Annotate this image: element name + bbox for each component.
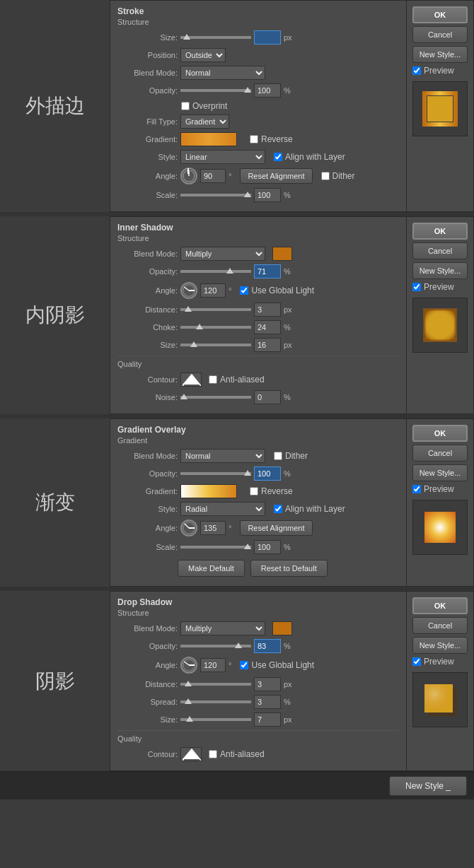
- ds-spread-input[interactable]: [254, 695, 281, 709]
- is-choke-slider[interactable]: [180, 326, 251, 329]
- is-noise-slider[interactable]: [180, 396, 251, 399]
- ds-size-thumb[interactable]: [186, 716, 193, 722]
- stroke-angle-dial[interactable]: [180, 168, 197, 184]
- ds-anti-aliased-checkbox[interactable]: [209, 750, 217, 758]
- stroke-position-select[interactable]: Outside Inside Center: [180, 48, 226, 62]
- stroke-ok-btn[interactable]: OK: [412, 6, 468, 23]
- is-distance-slider[interactable]: [180, 308, 251, 311]
- is-global-light-checkbox[interactable]: [240, 286, 248, 295]
- ds-contour-thumb[interactable]: [180, 747, 202, 761]
- go-new-style-btn[interactable]: New Style...: [412, 464, 468, 481]
- go-reverse-checkbox[interactable]: [250, 487, 258, 495]
- stroke-scale-slider[interactable]: [180, 194, 251, 197]
- stroke-gradient-swatch[interactable]: [180, 132, 237, 146]
- ds-opacity-thumb[interactable]: [235, 643, 242, 648]
- ds-size-input[interactable]: [254, 712, 281, 727]
- stroke-style-select[interactable]: Linear Radial Angle: [180, 150, 265, 164]
- is-blend-select[interactable]: Multiply Normal Screen: [180, 247, 265, 261]
- is-cancel-btn[interactable]: Cancel: [412, 242, 468, 259]
- is-choke-input[interactable]: [254, 320, 281, 334]
- stroke-preview-checkbox[interactable]: [412, 66, 421, 75]
- stroke-reset-alignment-btn[interactable]: Reset Alignment: [240, 168, 312, 184]
- go-scale-thumb[interactable]: [244, 544, 251, 549]
- is-contour-thumb[interactable]: [180, 373, 202, 387]
- ds-opacity-slider[interactable]: [180, 645, 251, 647]
- is-size-input[interactable]: [254, 338, 281, 352]
- stroke-opacity-slider[interactable]: [180, 89, 251, 92]
- stroke-scale-thumb[interactable]: [244, 192, 251, 197]
- go-opacity-thumb[interactable]: [244, 470, 251, 476]
- go-align-checkbox[interactable]: [274, 505, 282, 513]
- stroke-fill-type-label: Fill Type:: [117, 117, 178, 126]
- go-angle-dial[interactable]: [180, 520, 197, 536]
- go-opacity-input[interactable]: [254, 467, 281, 481]
- stroke-blend-select[interactable]: Normal Multiply Screen: [180, 66, 265, 80]
- is-anti-aliased-checkbox[interactable]: [209, 375, 217, 384]
- is-choke-thumb[interactable]: [196, 324, 203, 329]
- go-blend-select[interactable]: Normal Multiply Screen: [180, 449, 265, 463]
- is-opacity-thumb[interactable]: [226, 268, 233, 274]
- stroke-opacity-label: Opacity:: [117, 86, 178, 95]
- go-angle-input[interactable]: [200, 521, 226, 535]
- stroke-overprint-checkbox[interactable]: [181, 102, 190, 110]
- stroke-gradient-label: Gradient:: [117, 135, 178, 143]
- ds-size-slider[interactable]: [180, 718, 251, 721]
- is-color-swatch[interactable]: [272, 247, 292, 261]
- ds-new-style-btn[interactable]: New Style...: [412, 637, 468, 654]
- go-scale-input[interactable]: [254, 540, 281, 554]
- go-opacity-slider[interactable]: [180, 472, 251, 475]
- go-reset-default-btn[interactable]: Reset to Default: [250, 560, 328, 577]
- go-gradient-swatch[interactable]: [180, 484, 237, 498]
- ds-opacity-input[interactable]: [254, 639, 281, 653]
- ds-global-light-checkbox[interactable]: [240, 661, 248, 669]
- stroke-dither-checkbox[interactable]: [321, 172, 330, 180]
- is-angle-input[interactable]: [200, 283, 226, 298]
- is-ok-btn[interactable]: OK: [412, 223, 468, 240]
- is-noise-thumb[interactable]: [180, 394, 187, 399]
- stroke-angle-input[interactable]: [200, 169, 226, 183]
- stroke-fill-type-select[interactable]: Gradient Color Pattern: [180, 115, 229, 129]
- go-style-select[interactable]: Radial Linear Angle: [180, 502, 265, 516]
- is-opacity-slider[interactable]: [180, 270, 251, 273]
- stroke-size-slider[interactable]: [180, 36, 251, 39]
- ds-angle-dial[interactable]: [180, 657, 197, 674]
- stroke-opacity-thumb[interactable]: [244, 87, 251, 93]
- stroke-scale-input[interactable]: [254, 188, 281, 202]
- go-preview-checkbox[interactable]: [412, 485, 421, 493]
- is-size-slider[interactable]: [180, 344, 251, 346]
- new-style-bottom-btn[interactable]: New Style _: [389, 776, 467, 796]
- stroke-cancel-btn[interactable]: Cancel: [412, 26, 468, 43]
- ds-distance-thumb[interactable]: [185, 681, 192, 686]
- ds-cancel-btn[interactable]: Cancel: [412, 617, 468, 634]
- is-distance-thumb[interactable]: [185, 306, 192, 312]
- is-new-style-btn[interactable]: New Style...: [412, 262, 468, 279]
- is-preview-checkbox[interactable]: [412, 283, 421, 291]
- is-size-thumb[interactable]: [190, 341, 197, 347]
- stroke-opacity-input[interactable]: [254, 83, 281, 98]
- stroke-size-thumb[interactable]: [183, 34, 190, 40]
- go-cancel-btn[interactable]: Cancel: [412, 445, 468, 462]
- stroke-align-checkbox[interactable]: [274, 153, 282, 161]
- ds-preview-checkbox[interactable]: [412, 657, 421, 666]
- stroke-new-style-btn[interactable]: New Style...: [412, 46, 468, 63]
- go-scale-slider[interactable]: [180, 546, 251, 549]
- go-ok-btn[interactable]: OK: [412, 425, 468, 442]
- ds-color-swatch[interactable]: [272, 621, 292, 635]
- is-noise-input[interactable]: [254, 390, 281, 404]
- ds-spread-thumb[interactable]: [185, 698, 192, 704]
- is-distance-input[interactable]: [254, 303, 281, 317]
- stroke-size-input[interactable]: 1: [254, 30, 281, 45]
- ds-distance-slider[interactable]: [180, 683, 251, 686]
- is-angle-dial[interactable]: [180, 282, 197, 299]
- go-reset-alignment-btn[interactable]: Reset Alignment: [240, 520, 312, 536]
- ds-angle-input[interactable]: [200, 658, 226, 672]
- ds-spread-slider[interactable]: [180, 700, 251, 703]
- stroke-reverse-checkbox[interactable]: [250, 135, 258, 143]
- is-opacity-input[interactable]: [254, 264, 281, 278]
- ds-blend-select[interactable]: Multiply Normal Screen: [180, 621, 265, 635]
- ds-ok-btn[interactable]: OK: [412, 597, 468, 614]
- ds-distance-input[interactable]: [254, 677, 281, 691]
- go-scale-label: Scale:: [117, 543, 178, 551]
- go-dither-checkbox[interactable]: [274, 452, 282, 460]
- go-make-default-btn[interactable]: Make Default: [178, 560, 245, 577]
